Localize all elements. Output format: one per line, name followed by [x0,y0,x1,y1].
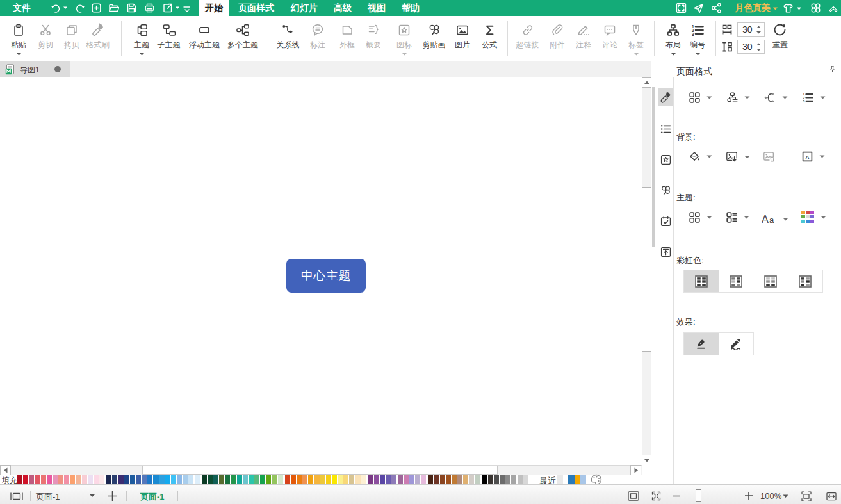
svg-text:3: 3 [692,32,694,37]
svg-text:A: A [762,213,769,225]
svg-text:A: A [805,154,810,161]
svg-text:a: a [769,215,774,225]
svg-text:3: 3 [803,99,804,103]
